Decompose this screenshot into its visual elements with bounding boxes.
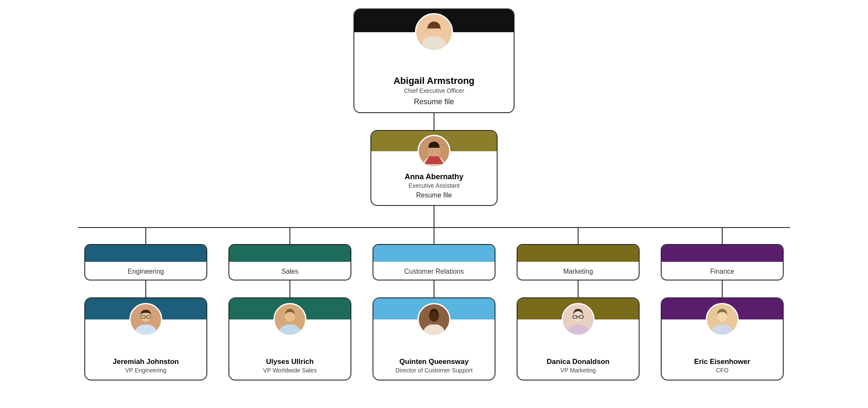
vp-name-quinten: Quinten Queensway <box>399 358 468 366</box>
dept-col-sales: Sales <box>226 227 353 380</box>
jeremiah-avatar-svg <box>131 304 161 335</box>
vp-card-eric[interactable]: Eric Eisenhower CFO <box>661 297 784 380</box>
vp-name-ulyses: Ulyses Ullrich <box>266 358 314 366</box>
quinten-avatar <box>417 303 451 336</box>
ea-level: Anna Abernathy Executive Assistant Resum… <box>370 130 498 206</box>
vp-header-quinten <box>373 298 495 319</box>
dept-header-eng <box>85 245 206 262</box>
v-finance-mid <box>722 280 723 297</box>
v-sales-top <box>289 227 290 244</box>
dept-col-finance: Finance <box>659 227 786 380</box>
v-customer-top <box>434 227 434 244</box>
org-chart: Abigail Armstrong Chief Executive Office… <box>0 0 868 389</box>
vp-header-ulyses <box>229 298 351 319</box>
ea-card[interactable]: Anna Abernathy Executive Assistant Resum… <box>370 130 498 206</box>
dept-card-customer[interactable]: Customer Relations <box>373 244 495 280</box>
ceo-name: Abigail Armstrong <box>393 75 474 86</box>
dept-label-sales: Sales <box>273 262 307 280</box>
ceo-card-header <box>354 9 514 32</box>
vp-title-eric: CFO <box>716 367 729 374</box>
vp-name-eric: Eric Eisenhower <box>694 358 750 366</box>
dept-col-engineering: Engineering <box>82 227 209 380</box>
v-marketing-mid <box>578 280 579 297</box>
quinten-avatar-svg <box>419 304 449 335</box>
vp-header-eric <box>662 298 783 319</box>
dept-header-customer <box>373 245 495 262</box>
ea-avatar <box>417 135 451 168</box>
dept-col-marketing: Marketing <box>515 227 642 380</box>
dept-header-sales <box>229 245 351 262</box>
dept-header-marketing <box>517 245 639 262</box>
v-marketing-top <box>578 227 579 244</box>
ea-name: Anna Abernathy <box>405 172 463 181</box>
eric-avatar <box>706 303 739 336</box>
dept-card-engineering[interactable]: Engineering <box>84 244 207 280</box>
ceo-level: Abigail Armstrong Chief Executive Office… <box>353 8 515 113</box>
jeremiah-avatar <box>129 303 162 336</box>
ea-link[interactable]: Resume file <box>416 192 452 199</box>
vp-name-jeremiah: Jeremiah Johnston <box>113 358 179 366</box>
ceo-title: Chief Executive Officer <box>404 87 464 94</box>
dept-col-customer: Customer Relations <box>370 227 498 380</box>
h-branch-line <box>78 227 790 228</box>
dept-card-marketing[interactable]: Marketing <box>517 244 640 280</box>
ceo-avatar <box>415 13 453 51</box>
ulyses-avatar-svg <box>275 304 305 335</box>
v-sales-mid <box>289 280 290 297</box>
ea-title: Executive Assistant <box>409 182 460 189</box>
ceo-card[interactable]: Abigail Armstrong Chief Executive Office… <box>353 8 515 113</box>
dept-header-finance <box>662 245 783 262</box>
vp-title-quinten: Director of Customer Support <box>395 367 473 374</box>
vp-title-ulyses: VP Worldwide Sales <box>263 367 317 374</box>
connector-ea-branch <box>434 206 434 227</box>
vp-card-ulyses[interactable]: Ulyses Ullrich VP Worldwide Sales <box>228 297 351 380</box>
v-eng-mid <box>145 280 146 297</box>
dept-label-marketing: Marketing <box>555 262 601 280</box>
vp-card-danica[interactable]: Danica Donaldson VP Marketing <box>517 297 640 380</box>
eric-avatar-svg <box>707 304 737 335</box>
v-customer-mid <box>434 280 434 297</box>
v-finance-top <box>722 227 723 244</box>
vp-title-jeremiah: VP Engineering <box>125 367 166 374</box>
dept-row-container: Engineering <box>19 227 849 380</box>
vp-name-danica: Danica Donaldson <box>547 358 609 366</box>
dept-label-engineering: Engineering <box>119 262 172 280</box>
vp-header-danica <box>517 298 639 319</box>
dept-card-finance[interactable]: Finance <box>661 244 784 280</box>
vp-card-quinten[interactable]: Quinten Queensway Director of Customer S… <box>373 297 495 380</box>
branch-section: Engineering <box>19 227 849 380</box>
ea-card-header <box>371 131 497 151</box>
danica-avatar <box>562 303 595 336</box>
vp-header-jeremiah <box>85 298 206 319</box>
vp-card-jeremiah[interactable]: Jeremiah Johnston VP Engineering <box>84 297 207 380</box>
ceo-avatar-svg <box>416 14 452 50</box>
connector-ceo-ea <box>434 113 434 130</box>
ulyses-avatar <box>273 303 306 336</box>
dept-label-finance: Finance <box>702 262 743 280</box>
danica-avatar-svg <box>563 304 593 335</box>
v-eng-top <box>145 227 146 244</box>
ceo-link[interactable]: Resume file <box>414 97 454 106</box>
vp-title-danica: VP Marketing <box>560 367 596 374</box>
dept-card-sales[interactable]: Sales <box>228 244 351 280</box>
dept-label-customer: Customer Relations <box>396 262 473 280</box>
ea-avatar-svg <box>419 136 449 167</box>
